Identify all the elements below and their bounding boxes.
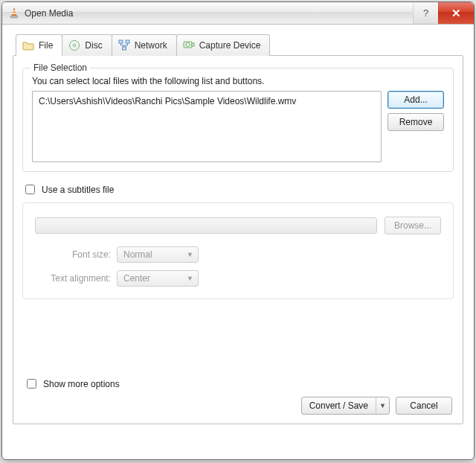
svg-rect-1	[13, 10, 16, 12]
use-subtitles-checkbox[interactable]	[25, 185, 35, 194]
text-alignment-combo: Center ▼	[117, 270, 199, 287]
tab-file-label: File	[39, 40, 53, 51]
tab-file[interactable]: File	[16, 34, 62, 56]
show-more-options-label: Show more options	[43, 379, 120, 389]
svg-point-5	[74, 44, 76, 46]
titlebar: Open Media ? ✕	[2, 2, 474, 25]
svg-rect-3	[10, 16, 18, 18]
text-alignment-value: Center	[123, 273, 150, 284]
convert-save-dropdown[interactable]: ▼	[376, 397, 389, 414]
use-subtitles-row[interactable]: Use a subtitles file	[22, 182, 454, 197]
tab-disc-label: Disc	[85, 40, 102, 51]
use-subtitles-label: Use a subtitles file	[42, 185, 114, 195]
browse-button: Browse...	[385, 217, 441, 234]
remove-button[interactable]: Remove	[387, 113, 444, 131]
tab-capture-device[interactable]: Capture Device	[176, 34, 271, 56]
chevron-down-icon: ▼	[187, 275, 193, 282]
tab-network[interactable]: Network	[112, 34, 177, 56]
tabbar: File Disc Network	[13, 34, 463, 56]
font-size-label: Font size:	[35, 249, 117, 260]
font-size-value: Normal	[123, 249, 152, 260]
capture-icon	[183, 39, 195, 51]
titlebar-buttons: ? ✕	[413, 2, 474, 24]
convert-save-button[interactable]: Convert / Save ▼	[301, 397, 390, 415]
svg-rect-2	[12, 13, 16, 14]
add-button[interactable]: Add...	[387, 91, 444, 109]
file-selection-hint: You can select local files with the foll…	[32, 76, 444, 86]
file-list[interactable]: C:\Users\Ashish\Videos\Ranchi Pics\Sampl…	[32, 91, 382, 162]
tab-capture-label: Capture Device	[199, 40, 261, 51]
show-more-options-checkbox[interactable]	[27, 379, 36, 389]
tab-pane-file: File Selection You can select local file…	[13, 55, 463, 424]
vlc-icon	[8, 7, 20, 19]
convert-save-label[interactable]: Convert / Save	[302, 400, 376, 411]
dialog-content: File Disc Network	[2, 25, 474, 435]
svg-rect-8	[122, 47, 126, 50]
file-selection-legend: File Selection	[30, 63, 90, 73]
file-list-item[interactable]: C:\Users\Ashish\Videos\Ranchi Pics\Sampl…	[37, 95, 376, 108]
cancel-button[interactable]: Cancel	[396, 397, 452, 415]
font-size-combo: Normal ▼	[117, 246, 199, 263]
help-button[interactable]: ?	[413, 2, 438, 24]
open-media-dialog: Open Media ? ✕ File Disc	[1, 1, 475, 460]
window-title: Open Media	[25, 8, 73, 19]
close-button[interactable]: ✕	[438, 2, 474, 24]
network-icon	[118, 39, 130, 51]
svg-rect-7	[126, 40, 129, 43]
svg-marker-0	[12, 8, 16, 16]
svg-rect-11	[192, 43, 194, 46]
disc-icon	[68, 39, 80, 51]
file-selection-group: File Selection You can select local file…	[22, 68, 454, 172]
subtitles-panel: Browse... Font size: Normal ▼ Text align…	[22, 202, 454, 299]
tab-disc[interactable]: Disc	[62, 34, 112, 56]
folder-icon	[22, 39, 34, 51]
subtitles-path-field	[35, 217, 377, 234]
text-alignment-label: Text alignment:	[35, 273, 117, 284]
svg-point-10	[186, 43, 190, 47]
chevron-down-icon: ▼	[187, 251, 193, 258]
svg-rect-6	[119, 40, 123, 43]
show-more-options-row[interactable]: Show more options	[24, 377, 452, 391]
dialog-footer: Show more options Convert / Save ▼ Cance…	[24, 377, 452, 415]
tab-network-label: Network	[135, 40, 167, 51]
